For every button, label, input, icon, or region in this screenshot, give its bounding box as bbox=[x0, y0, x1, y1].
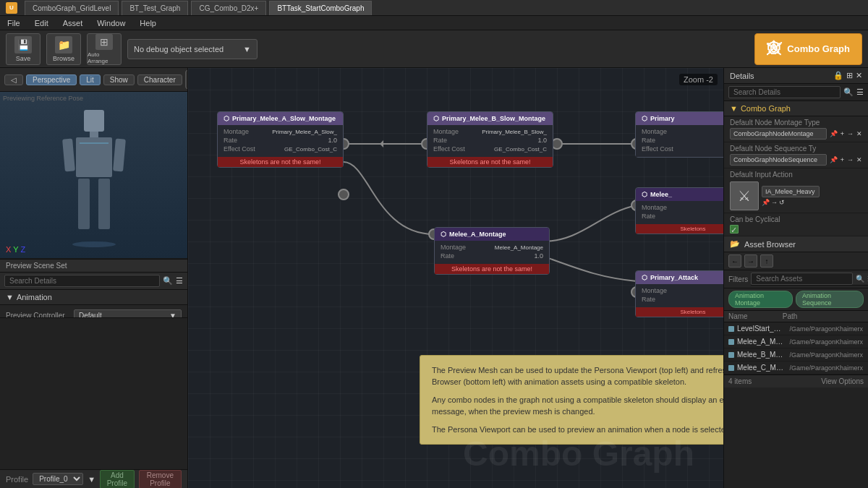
node-1-effect-row: Effect Cost GE_Combo_Cost_C bbox=[224, 145, 337, 153]
input-refresh-icon[interactable]: ↺ bbox=[779, 199, 785, 206]
browser-icon: 📂 bbox=[730, 239, 740, 249]
details-close-icon[interactable]: ✕ bbox=[856, 71, 862, 80]
viewport-lod-btn[interactable]: LOD Auto bbox=[185, 70, 187, 89]
animation-label: Animation bbox=[17, 293, 52, 301]
search-icon: 🔍 bbox=[163, 276, 173, 286]
tab-bt-test-graph[interactable]: BT_Test_Graph bbox=[122, 1, 188, 15]
save-button[interactable]: 💾 Save bbox=[6, 33, 41, 65]
montage-clear-icon[interactable]: ✕ bbox=[856, 130, 862, 137]
node-1-montage-label: Montage bbox=[224, 128, 249, 135]
viewport-lit-btn[interactable]: Lit bbox=[80, 74, 101, 85]
browse-label: Browse bbox=[53, 55, 75, 62]
node-5-montage-label: Montage bbox=[642, 204, 667, 211]
combo-graph-button[interactable]: 🕸 Combo Graph bbox=[754, 33, 862, 65]
graph-area[interactable]: ⬡ Primary_Melee_A_Slow_Montage Montage P… bbox=[188, 68, 723, 488]
seq-nav-icon[interactable]: → bbox=[847, 156, 854, 163]
tab-cg-combo[interactable]: CG_Combo_D2x+ bbox=[191, 1, 266, 15]
combo-graph-section-label: Combo Graph bbox=[741, 104, 791, 113]
graph-node-5[interactable]: ⬡ Melee_ Montage Rate Skeletons bbox=[635, 187, 723, 234]
add-profile-button[interactable]: Add Profile bbox=[100, 470, 135, 489]
montage-add-icon[interactable]: + bbox=[841, 130, 844, 137]
default-input-action-label: Default Input Action bbox=[730, 171, 862, 179]
viewport-show-btn[interactable]: Show bbox=[103, 74, 135, 85]
graph-node-4[interactable]: ⬡ Primary Montage Rate Effect Cost bbox=[635, 111, 723, 158]
default-node-sequence-dropdown[interactable]: ComboGraphNodeSequence bbox=[730, 154, 827, 166]
browse-button[interactable]: 📁 Browse bbox=[46, 33, 81, 65]
viewport-perspective-label[interactable]: Perspective bbox=[26, 74, 77, 85]
browser-search-icon: 🔍 bbox=[856, 275, 864, 283]
debug-dropdown[interactable]: No debug object selected ▼ bbox=[127, 39, 258, 59]
input-action-dropdown[interactable]: IA_Melee_Heavy bbox=[762, 186, 820, 197]
default-input-action-value-row: ⚔ IA_Melee_Heavy 📌 → ↺ bbox=[730, 181, 862, 210]
filter-chip-montage[interactable]: Animation Montage bbox=[728, 291, 793, 308]
details-menu-icon[interactable]: ☰ bbox=[176, 276, 183, 286]
asset-row-melee-a[interactable]: Melee_A_Montage /Game/ParagonKhaimerx bbox=[724, 335, 868, 348]
node-4-montage-label: Montage bbox=[642, 128, 667, 135]
browser-title: Asset Browser bbox=[744, 240, 796, 249]
node-6-rate-label: Rate bbox=[642, 296, 655, 303]
right-asset-browser: 📂 Asset Browser ← → ↑ Filters 🔍 ☰ Animat… bbox=[724, 236, 868, 488]
seq-clear-icon[interactable]: ✕ bbox=[856, 156, 862, 163]
node-5-rate-label: Rate bbox=[642, 213, 655, 220]
details-lock-icon[interactable]: 🔒 bbox=[833, 71, 843, 80]
node-2-header: ⬡ Primary_Melee_B_Slow_Montage bbox=[427, 112, 553, 125]
graph-node-3[interactable]: ⬡ Melee_A_Montage Montage Melee_A_Montag… bbox=[434, 227, 550, 275]
can-be-cyclical-label: Can be Cyclical bbox=[730, 215, 862, 223]
menu-asset[interactable]: Asset bbox=[60, 19, 86, 27]
input-pick-icon[interactable]: 📌 bbox=[762, 199, 770, 206]
can-be-cyclical-checkbox[interactable]: ✓ bbox=[730, 225, 739, 234]
input-action-controls: IA_Melee_Heavy 📌 → ↺ bbox=[762, 186, 820, 206]
tooltip-line2: Any combo nodes in the graph not using a… bbox=[432, 394, 723, 418]
graph-node-6[interactable]: ⬡ Primary_Attack Montage Rate Skeletons bbox=[635, 270, 723, 317]
graph-node-1[interactable]: ⬡ Primary_Melee_A_Slow_Montage Montage P… bbox=[217, 111, 344, 168]
asset-melee-a-path: /Game/ParagonKhaimerx bbox=[789, 338, 864, 346]
menu-edit[interactable]: Edit bbox=[32, 19, 51, 27]
asset-row-melee-b[interactable]: Melee_B_Montage /Game/ParagonKhaimerx bbox=[724, 348, 868, 361]
browser-up-button[interactable]: ↑ bbox=[760, 254, 773, 267]
details-search-input[interactable] bbox=[4, 275, 160, 287]
chevron-down-icon: ▼ bbox=[243, 45, 251, 53]
montage-pick-icon[interactable]: 📌 bbox=[830, 130, 838, 137]
node-3-montage-row: Montage Melee_A_Montage bbox=[441, 244, 543, 251]
menu-window[interactable]: Window bbox=[94, 19, 128, 27]
auto-arrange-button[interactable]: ⊞ Auto Arrange bbox=[87, 33, 122, 65]
browser-search-input[interactable] bbox=[751, 273, 853, 285]
profile-dropdown[interactable]: Profile_0 bbox=[33, 473, 83, 485]
animation-section-header[interactable]: ▼ Animation bbox=[0, 290, 187, 305]
details-expand-icon[interactable]: ⊞ bbox=[846, 71, 853, 80]
default-node-montage-label: Default Node Montage Type bbox=[730, 119, 862, 127]
browser-forward-button[interactable]: → bbox=[744, 254, 757, 267]
asset-row-melee-c[interactable]: Melee_C_Montage /Game/ParagonKhaimerx bbox=[724, 361, 868, 374]
graph-node-2[interactable]: ⬡ Primary_Melee_B_Slow_Montage Montage P… bbox=[427, 111, 553, 168]
asset-dot-melee-c bbox=[728, 365, 734, 371]
right-search-options-icon[interactable]: ☰ bbox=[856, 87, 864, 97]
seq-pick-icon[interactable]: 📌 bbox=[830, 156, 838, 163]
filter-chips-row: Animation Montage Animation Sequence bbox=[724, 288, 868, 311]
preview-controller-dropdown[interactable]: Default ▼ bbox=[74, 309, 182, 317]
node-3-title: Melee_A_Montage bbox=[449, 231, 506, 238]
node-1-error: Skeletons are not the same! bbox=[218, 157, 343, 167]
remove-profile-button[interactable]: Remove Profile bbox=[139, 470, 182, 489]
node-4-effect-row: Effect Cost bbox=[642, 145, 723, 153]
tab-combograph-gridlevel[interactable]: ComboGraph_GridLevel bbox=[25, 1, 119, 15]
default-node-montage-row: Default Node Montage Type ComboGraphNode… bbox=[724, 116, 868, 142]
right-search-input[interactable] bbox=[728, 86, 841, 98]
input-action-preview: ⚔ bbox=[730, 181, 759, 210]
combo-graph-label: Combo Graph bbox=[787, 43, 850, 54]
menu-file[interactable]: File bbox=[4, 19, 23, 27]
input-nav-icon[interactable]: → bbox=[771, 199, 778, 206]
asset-row-levelstart[interactable]: LevelStart_Montage /Game/ParagonKhaimerx bbox=[724, 322, 868, 335]
viewport-character-btn[interactable]: Character bbox=[137, 74, 182, 85]
browser-back-button[interactable]: ← bbox=[728, 254, 741, 267]
dropdown-chevron-icon: ▼ bbox=[169, 312, 176, 317]
menu-help[interactable]: Help bbox=[137, 19, 159, 27]
viewport-perspective-btn[interactable]: ◁ bbox=[4, 74, 23, 85]
default-node-montage-dropdown[interactable]: ComboGraphNodeMontage bbox=[730, 128, 827, 140]
tab-bttask[interactable]: BTTask_StartComboGraph bbox=[269, 1, 372, 15]
filter-chip-sequence[interactable]: Animation Sequence bbox=[796, 291, 864, 308]
montage-nav-icon[interactable]: → bbox=[847, 130, 854, 137]
seq-add-icon[interactable]: + bbox=[841, 156, 844, 163]
node-6-header: ⬡ Primary_Attack bbox=[636, 271, 723, 284]
node-1-body: Montage Primary_Melee_A_Slow_ Rate 1.0 E… bbox=[218, 125, 343, 157]
browser-view-options-btn[interactable]: View Options bbox=[821, 377, 864, 385]
